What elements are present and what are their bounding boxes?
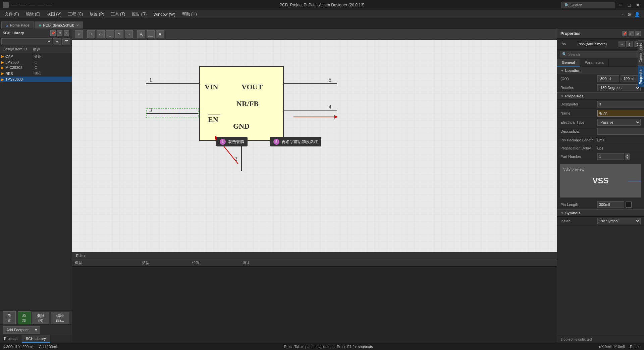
- library-dropdown[interactable]: [1, 38, 52, 45]
- projects-tab[interactable]: Projects: [0, 335, 22, 343]
- close-btn[interactable]: ✕: [635, 2, 641, 8]
- inside-symbol-select[interactable]: No Symbol: [597, 218, 641, 224]
- pin-length-label: Pin Length: [560, 203, 597, 207]
- title-bar: PCB_Project.PrjPcb - Altium Designer (20…: [0, 0, 644, 10]
- add-footprint-btn[interactable]: Add Footprint: [3, 326, 32, 334]
- titlebar-left: [3, 2, 52, 8]
- prop-tab-general[interactable]: General: [557, 59, 580, 67]
- prop-filter-btn[interactable]: ▿: [619, 41, 625, 47]
- left-panel-close-btn[interactable]: ✕: [64, 30, 69, 36]
- col-desc: 描述: [33, 47, 69, 52]
- library-menu-btn[interactable]: ☰: [62, 38, 70, 45]
- library-bottom-tabs: Projects SCH Library: [0, 335, 72, 343]
- menu-file[interactable]: 文件 (F): [1, 11, 22, 18]
- grid-display: Grid:100mil: [39, 345, 58, 349]
- editor-table-header: 模型 类型 位置 描述: [72, 259, 557, 267]
- name-input[interactable]: [597, 110, 644, 117]
- lib-item-desc: 电容: [34, 54, 41, 59]
- gear-icon[interactable]: ⚙: [627, 12, 632, 17]
- lib-item-tps73633[interactable]: ▶ TPS73633: [0, 77, 72, 82]
- titlebar-search-box[interactable]: 🔍 Search: [561, 2, 615, 8]
- prop-pin-length-row: Pin Length: [557, 200, 644, 209]
- pin-tool-btn[interactable]: ⎯⎯: [147, 30, 155, 38]
- menu-place[interactable]: 放置 (P): [86, 11, 107, 18]
- prop-prev-btn[interactable]: ❮: [626, 41, 633, 47]
- filter-tool-btn[interactable]: ▿: [75, 30, 83, 38]
- minimize-btn[interactable]: ─: [617, 2, 624, 8]
- rotation-label: Rotation: [560, 86, 597, 90]
- menu-help[interactable]: 帮助 (H): [179, 11, 200, 18]
- menu-tools[interactable]: 工具 (T): [108, 11, 129, 18]
- titlebar-right: 🔍 Search ─ □ ✕: [561, 2, 641, 8]
- symbols-section-title[interactable]: ▼ Symbols: [557, 209, 644, 217]
- place-btn[interactable]: 放置: [3, 311, 16, 325]
- menu-view[interactable]: 视图 (V): [44, 11, 65, 18]
- line-tool-btn[interactable]: ⎯: [106, 30, 114, 38]
- edit-btn[interactable]: 编辑 (E)...: [51, 312, 69, 324]
- properties-float-btn[interactable]: □: [629, 31, 634, 36]
- lib-item-mic29302[interactable]: ▶ MIC29302 IC: [0, 65, 72, 70]
- maximize-btn[interactable]: □: [626, 2, 633, 8]
- remove-btn[interactable]: 删除 (R): [33, 312, 49, 324]
- left-panel-float-btn[interactable]: □: [57, 30, 62, 36]
- user-icon[interactable]: 👤: [634, 12, 640, 17]
- side-tab-components[interactable]: Components: [638, 40, 644, 65]
- tab-close-btn[interactable]: ✕: [76, 24, 79, 27]
- electrical-type-label: Electrical Type: [560, 120, 597, 124]
- annotation-num-1: 1: [220, 139, 226, 145]
- add-footprint-dropdown-btn[interactable]: ▼: [32, 326, 40, 334]
- electrical-type-select[interactable]: Passive: [597, 119, 641, 126]
- prop-search-input[interactable]: [568, 52, 639, 56]
- part-number-input[interactable]: [597, 153, 624, 160]
- prop-part-number-row: Part Number ▲ ▼: [557, 152, 644, 161]
- lib-item-lm2663[interactable]: ▶ LM2663 IC: [0, 59, 72, 65]
- tab-pcb-demo[interactable]: ■ PCB_demo.SchLib ✕: [35, 21, 84, 29]
- properties-close-btn[interactable]: ✕: [635, 31, 641, 36]
- properties-pin-btn[interactable]: 📌: [622, 31, 627, 36]
- annotation-text-1: 双击管脚: [228, 139, 244, 144]
- description-input[interactable]: [597, 128, 644, 135]
- library-filter-btn[interactable]: ▼: [53, 38, 61, 45]
- inside-label: Inside: [560, 219, 597, 223]
- panels-btn[interactable]: Panels: [630, 345, 641, 349]
- part-number-down-btn[interactable]: ▼: [625, 157, 630, 160]
- circle-tool-btn[interactable]: ○: [125, 30, 133, 38]
- rotation-select[interactable]: 180 Degrees: [597, 84, 641, 91]
- titlebar-search-label: Search: [571, 3, 582, 7]
- pin-color-box[interactable]: [626, 202, 632, 208]
- add-tool-btn[interactable]: +: [87, 30, 95, 38]
- add-btn[interactable]: 添加: [18, 311, 31, 325]
- part-number-up-btn[interactable]: ▲: [625, 154, 630, 157]
- side-tab-properties[interactable]: Properties: [638, 66, 644, 87]
- lib-item-res[interactable]: ▶ RES 电阻: [0, 70, 72, 77]
- lib-item-desc-4: 电阻: [34, 71, 41, 76]
- left-panel-header-btns: 📌 □ ✕: [50, 30, 69, 36]
- menu-window[interactable]: Window (W): [150, 11, 178, 17]
- draw-tool-btn[interactable]: ✎: [115, 30, 123, 38]
- menu-project[interactable]: 工程 (C): [65, 11, 86, 18]
- rect-tool-btn[interactable]: ▭: [97, 30, 105, 38]
- sch-library-tab[interactable]: SCH Library: [22, 335, 50, 343]
- properties-section-title[interactable]: ▼ Properties: [557, 92, 644, 100]
- designator-input[interactable]: [597, 101, 644, 107]
- pin-length-input[interactable]: [597, 201, 624, 208]
- block-tool-btn[interactable]: ■: [156, 30, 164, 38]
- menu-edit[interactable]: 编辑 (E): [22, 11, 44, 18]
- text-tool-btn[interactable]: A: [137, 30, 145, 38]
- menu-reports[interactable]: 报告 (R): [128, 11, 150, 18]
- editor-col-type: 类型: [142, 260, 192, 265]
- part-number-label: Part Number: [560, 155, 597, 159]
- location-section: ▼ Location (X/Y) Rotation 180 Degrees: [557, 67, 644, 92]
- home-icon[interactable]: ⌂: [622, 12, 625, 17]
- main-layout: SCH Library 📌 □ ✕ ▼ ☰ Design Item ID 描述 …: [0, 29, 644, 343]
- prop-search-inner[interactable]: 🔍: [560, 51, 641, 57]
- prop-tab-parameters[interactable]: Parameters: [580, 59, 609, 67]
- prop-propagation-delay-row: Propagation Delay 0ps: [557, 144, 644, 152]
- library-toolbar: ▼ ☰: [0, 37, 72, 46]
- left-panel-pin-btn[interactable]: 📌: [50, 30, 56, 36]
- x-input[interactable]: [597, 75, 619, 82]
- location-section-title[interactable]: ▼ Location: [557, 67, 644, 74]
- tab-home-page[interactable]: ⌂ Home Page: [1, 21, 34, 29]
- lib-item-cap[interactable]: ▶ CAP 电容: [0, 53, 72, 59]
- canvas-content[interactable]: 1 3 5 4 VIN VOUT NR/FB EN: [72, 40, 557, 252]
